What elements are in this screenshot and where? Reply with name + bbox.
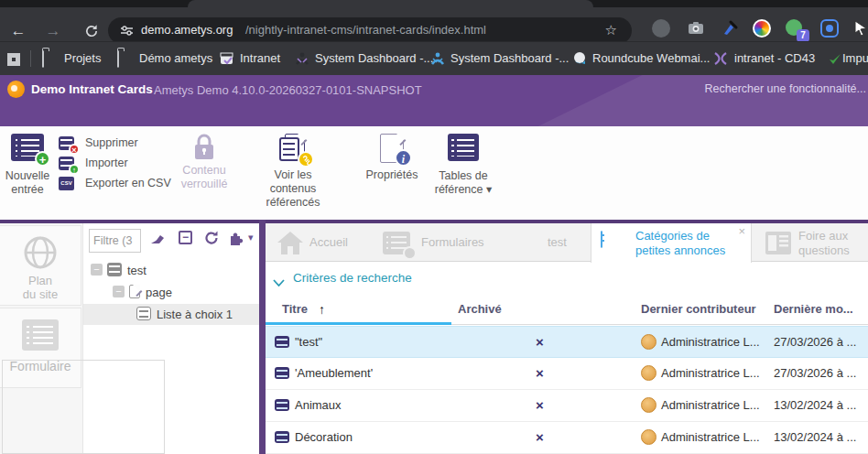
tree-item-test[interactable]: − test	[83, 260, 260, 281]
see-referenced-label: Voir les contenus	[270, 168, 317, 195]
criteria-label: Critères de recherche	[293, 271, 412, 285]
collapse-expander-icon[interactable]: −	[113, 286, 125, 297]
tab-test[interactable]: test	[548, 235, 567, 250]
intranet-favicon	[220, 51, 234, 66]
tree-filter-input[interactable]	[89, 229, 141, 253]
avatar	[641, 429, 656, 445]
lock-icon	[192, 134, 216, 161]
globe-icon	[23, 235, 58, 270]
tab-foire-aux-questions[interactable]: Foire aux questions	[798, 229, 863, 258]
forward-icon[interactable]: →	[42, 20, 64, 42]
bookmark-intranet[interactable]: Intranet	[240, 51, 280, 65]
sidebar-item-plan-du-site[interactable]: Plandu site	[0, 225, 81, 306]
bookmark-system-dashboard-1[interactable]: System Dashboard -...	[315, 51, 433, 65]
bookmarks-bar: Projets Démo ametys Intranet System Dash…	[0, 41, 868, 75]
import-badge-icon: ↑	[69, 164, 80, 175]
bookmark-impu[interactable]: Impu	[842, 51, 868, 65]
function-search-input[interactable]: Rechercher une fonctionnalité...	[705, 82, 867, 95]
avatar	[641, 365, 656, 381]
site-settings-icon[interactable]	[120, 24, 134, 41]
search-criteria-bar[interactable]: Critères de recherche	[266, 263, 868, 293]
export-csv-label: Exporter en CSV	[85, 177, 171, 189]
faq-icon	[765, 232, 791, 258]
color-wheel-extension-icon[interactable]	[753, 19, 771, 38]
cell-modification: 27/03/2026 à ...	[774, 335, 856, 349]
collapse-expander-icon[interactable]: −	[91, 264, 103, 276]
bookmark-star-icon[interactable]: ☆	[605, 22, 617, 38]
column-dernier-contributeur[interactable]: Dernier contributeur	[641, 302, 756, 316]
forms-icon	[383, 232, 410, 254]
see-referenced-label2: référencés	[266, 196, 320, 209]
close-tab-icon[interactable]: ×	[738, 224, 745, 238]
url-bar[interactable]: demo.ametys.org/nightly-intranet-cms/int…	[108, 17, 632, 44]
tab-formulaires[interactable]: Formulaires	[421, 235, 484, 250]
column-archive[interactable]: Archivé	[458, 302, 502, 316]
account-extension-icon[interactable]	[652, 19, 670, 38]
browser-active-tab[interactable]	[188, 0, 593, 7]
cell-modification: 27/03/2026 à ...	[774, 366, 856, 380]
new-entry-button[interactable]: + Nouvelle entrée	[0, 134, 55, 201]
delete-icon: ×	[59, 136, 74, 150]
archived-cross-icon: ×	[536, 397, 544, 413]
table-row[interactable]: Décoration × Administratrice L... 13/02/…	[266, 422, 868, 454]
bookmark-demo-ametys[interactable]: Démo ametys	[139, 51, 212, 65]
cell-contributeur: Administratrice L...	[661, 430, 760, 444]
table-row[interactable]: "test" × Administratrice L... 27/03/2026…	[266, 326, 868, 358]
impu-favicon	[828, 51, 842, 66]
extensions-badge-icon[interactable]: 7	[786, 19, 804, 38]
workspace-tab-bar: Accueil Formulaires test Catégories de p…	[266, 223, 868, 262]
delete-button[interactable]: × Supprimer	[59, 135, 74, 151]
export-csv-button[interactable]: CSV Exporter en CSV	[59, 175, 74, 191]
info-badge-icon: i	[395, 149, 412, 167]
table-row[interactable]: 'Ameublement' × Administratrice L... 27/…	[266, 358, 868, 390]
table-header: Titre ↑ Archivé Dernier contributeur Der…	[266, 293, 868, 325]
column-derniere-modification[interactable]: Dernière mo...	[774, 302, 853, 316]
locked-content-button: Contenuverrouillé	[174, 134, 234, 201]
bookmark-intranet-cd43[interactable]: intranet - CD43	[734, 51, 815, 65]
back-icon[interactable]: ←	[7, 20, 29, 42]
import-button[interactable]: ↑ Importer	[59, 155, 74, 171]
see-referenced-button[interactable]: Voir les contenusréférencés	[258, 134, 328, 201]
avatar	[641, 334, 656, 350]
recorder-extension-icon[interactable]	[820, 19, 839, 38]
cell-titre: Décoration	[295, 430, 353, 444]
chevron-down-icon[interactable]: ▾	[248, 232, 254, 243]
camera-extension-icon[interactable]	[687, 19, 705, 38]
tree-item-page[interactable]: − page	[83, 282, 260, 303]
eyedropper-extension-icon[interactable]	[721, 19, 739, 38]
archived-cross-icon: ×	[536, 365, 544, 381]
bookmark-roundcube[interactable]: Roundcube Webmai...	[592, 51, 710, 65]
column-titre[interactable]: Titre	[282, 302, 308, 316]
reference-tables-button[interactable]: Tables deréférence ▾	[430, 134, 496, 201]
tab-accueil[interactable]: Accueil	[309, 235, 348, 250]
bookmark-projets[interactable]: Projets	[64, 51, 101, 65]
panel-splitter[interactable]	[259, 220, 266, 454]
ametys-logo-icon	[7, 81, 25, 98]
mouse-cursor-icon	[853, 20, 868, 40]
apps-grid-icon[interactable]	[7, 53, 20, 66]
bookmarks-divider	[30, 50, 31, 67]
tree-item-label: Liste à choix 1	[157, 308, 233, 321]
delete-label: Supprimer	[85, 136, 138, 149]
table-row[interactable]: Animaux × Administratrice L... 13/02/202…	[266, 390, 868, 422]
tree-item-liste-a-choix[interactable]: Liste à choix 1	[83, 304, 260, 325]
url-host: demo.ametys.org	[141, 23, 233, 37]
entry-icon	[275, 367, 289, 379]
plan-du-site-label: Plan	[28, 274, 52, 287]
reload-icon[interactable]	[81, 20, 103, 42]
reference-tables-icon	[448, 134, 479, 161]
plus-badge-icon: +	[35, 151, 50, 167]
link-badge-icon	[298, 151, 314, 168]
refresh-icon[interactable]	[203, 230, 220, 250]
reference-tables-label: Tables de	[439, 169, 488, 182]
roundcube-favicon	[572, 51, 587, 66]
sort-ascending-icon: ↑	[319, 302, 325, 317]
collapse-all-icon[interactable]: −	[179, 231, 192, 244]
properties-button[interactable]: i Propriétés	[361, 134, 423, 201]
tab-categories-petites-annonces[interactable]: Catégories de petites annonces ×	[591, 223, 752, 263]
bookmark-system-dashboard-2[interactable]: System Dashboard -...	[450, 51, 569, 65]
tree-item-label: page	[146, 286, 172, 299]
cell-modification: 13/02/2024 à ...	[774, 430, 856, 444]
clear-filter-icon[interactable]	[149, 232, 165, 250]
plugin-icon[interactable]	[228, 230, 244, 250]
